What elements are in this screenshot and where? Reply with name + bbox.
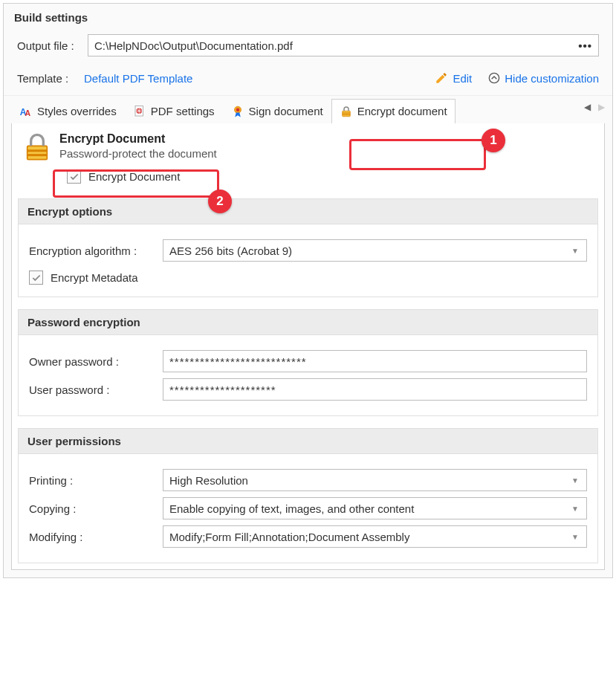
- modifying-select[interactable]: Modify;Form Fill;Annotation;Document Ass…: [163, 525, 587, 548]
- tab-sign-document[interactable]: Sign document: [223, 99, 331, 124]
- encrypt-metadata-checkbox[interactable]: [29, 271, 43, 285]
- panel-title: Build settings: [4, 4, 612, 30]
- copying-value: Enable copying of text, images, and othe…: [169, 502, 414, 515]
- svg-rect-10: [27, 146, 48, 159]
- svg-point-0: [490, 73, 499, 82]
- check-icon: [31, 273, 42, 283]
- svg-rect-12: [27, 154, 48, 156]
- tab-pdf-settings[interactable]: PDF settings: [125, 99, 223, 124]
- encrypt-tab-content: Encrypt Document Password-protect the do…: [11, 123, 605, 570]
- encrypt-document-checkbox[interactable]: [67, 169, 81, 184]
- styles-icon: AA: [19, 105, 33, 118]
- tab-nav-left-icon[interactable]: ◀: [584, 102, 591, 112]
- output-file-input[interactable]: C:\HelpNDoc\Output\Documentation.pdf •••: [88, 34, 599, 56]
- template-link[interactable]: Default PDF Template: [84, 72, 192, 85]
- pdf-icon: [133, 105, 146, 118]
- tab-nav: ◀ ▶: [584, 102, 605, 112]
- output-file-value: C:\HelpNDoc\Output\Documentation.pdf: [94, 39, 293, 52]
- edit-label: Edit: [453, 72, 472, 85]
- password-encryption-section: Password encryption Owner password : ***…: [18, 309, 598, 416]
- svg-rect-11: [27, 149, 48, 152]
- build-settings-panel: Build settings Output file : C:\HelpNDoc…: [3, 3, 613, 578]
- callout-1: 1: [482, 129, 505, 152]
- encrypt-header: Encrypt Document Password-protect the do…: [18, 131, 598, 166]
- password-encryption-head: Password encryption: [19, 310, 597, 335]
- svg-point-6: [236, 108, 239, 111]
- algorithm-select[interactable]: AES 256 bits (Acrobat 9) ▼: [163, 239, 587, 262]
- user-password-label: User password :: [29, 383, 163, 396]
- hide-label: Hide customization: [505, 72, 599, 85]
- printing-label: Printing :: [29, 474, 163, 487]
- encrypt-document-checkbox-row[interactable]: Encrypt Document: [61, 166, 217, 187]
- printing-select[interactable]: High Resolution ▼: [163, 469, 587, 491]
- owner-password-label: Owner password :: [29, 355, 163, 368]
- template-label: Template :: [17, 72, 84, 85]
- browse-icon[interactable]: •••: [578, 39, 592, 52]
- caret-down-icon: ▼: [571, 533, 579, 541]
- modifying-label: Modifying :: [29, 531, 163, 543]
- user-permissions-head: User permissions: [19, 429, 597, 454]
- encrypt-metadata-row[interactable]: Encrypt Metadata: [29, 268, 587, 288]
- owner-password-input[interactable]: ***************************: [163, 350, 587, 372]
- caret-down-icon: ▼: [571, 476, 579, 485]
- tab-encrypt-document[interactable]: Encrypt document: [331, 99, 455, 124]
- copying-label: Copying :: [29, 502, 163, 515]
- lock-large-icon: [22, 132, 52, 162]
- hide-customization-link[interactable]: Hide customization: [488, 72, 599, 85]
- svg-rect-8: [342, 112, 350, 113]
- modifying-value: Modify;Form Fill;Annotation;Document Ass…: [169, 531, 409, 543]
- encrypt-options-section: Encrypt options Encryption algorithm : A…: [18, 198, 598, 297]
- output-file-row: Output file : C:\HelpNDoc\Output\Documen…: [4, 30, 612, 61]
- copying-select[interactable]: Enable copying of text, images, and othe…: [163, 497, 587, 519]
- check-icon: [69, 172, 80, 182]
- algorithm-value: AES 256 bits (Acrobat 9): [169, 245, 292, 257]
- svg-text:A: A: [25, 109, 31, 117]
- tab-bar: AA Styles overrides PDF settings Sign do…: [4, 95, 612, 123]
- algorithm-label: Encryption algorithm :: [29, 245, 163, 257]
- user-password-input[interactable]: *********************: [163, 378, 587, 401]
- lock-icon: [340, 105, 353, 118]
- svg-rect-9: [342, 114, 350, 114]
- caret-down-icon: ▼: [571, 505, 579, 513]
- template-row: Template : Default PDF Template Edit Hid…: [4, 61, 612, 95]
- encrypt-options-head: Encrypt options: [19, 199, 597, 224]
- user-permissions-section: User permissions Printing : High Resolut…: [18, 428, 598, 563]
- edit-link[interactable]: Edit: [435, 71, 472, 85]
- tab-nav-right-icon[interactable]: ▶: [598, 102, 605, 112]
- encrypt-subtitle: Password-protect the document: [59, 147, 217, 160]
- chevron-up-circle-icon: [488, 72, 500, 84]
- encrypt-metadata-label: Encrypt Metadata: [51, 271, 138, 284]
- printing-value: High Resolution: [169, 474, 248, 487]
- ribbon-icon: [231, 105, 244, 118]
- pencil-icon: [435, 71, 448, 85]
- tab-styles-overrides[interactable]: AA Styles overrides: [11, 99, 125, 124]
- callout-2: 2: [208, 190, 232, 213]
- encrypt-checkbox-label: Encrypt Document: [88, 170, 180, 183]
- encrypt-title: Encrypt Document: [59, 132, 217, 146]
- caret-down-icon: ▼: [571, 247, 579, 255]
- svg-rect-7: [342, 111, 350, 117]
- output-file-label: Output file :: [17, 39, 88, 52]
